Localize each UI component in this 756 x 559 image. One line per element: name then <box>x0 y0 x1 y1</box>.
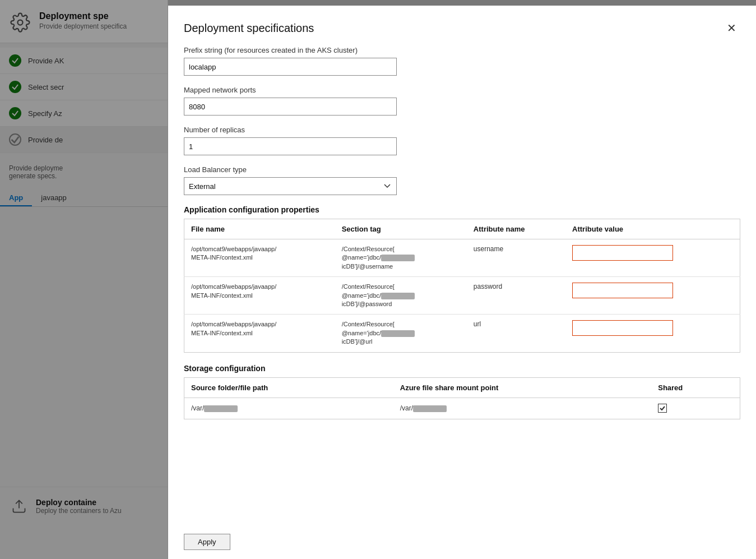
row1-filename: /opt/tomcat9/webapps/javaapp/META-INF/co… <box>184 239 335 277</box>
attr-value-url[interactable] <box>572 320 673 336</box>
row3-filename: /opt/tomcat9/webapps/javaapp/META-INF/co… <box>184 315 335 352</box>
col-shared: Shared <box>651 377 740 398</box>
redacted-3 <box>381 330 415 337</box>
prefix-label: Prefix string (for resources created in … <box>184 46 740 54</box>
apply-button[interactable]: Apply <box>184 534 230 550</box>
replicas-label: Number of replicas <box>184 126 740 134</box>
modal-body: Prefix string (for resources created in … <box>168 46 756 525</box>
row3-attr-value-cell <box>565 315 740 352</box>
table-row: /opt/tomcat9/webapps/javaapp/META-INF/co… <box>184 315 740 352</box>
close-button[interactable]: ✕ <box>722 19 740 37</box>
col-section-tag: Section tag <box>335 219 467 239</box>
storage-header-row: Source folder/file path Azure file share… <box>184 377 740 398</box>
col-source-path: Source folder/file path <box>184 377 393 398</box>
replicas-input[interactable] <box>184 137 397 155</box>
shared-checkbox[interactable] <box>658 404 667 413</box>
mount-path-redacted <box>413 405 447 412</box>
row2-attr-name: password <box>467 277 565 315</box>
modal-header: Deployment specifications ✕ <box>168 6 756 46</box>
ports-group: Mapped network ports <box>184 86 740 116</box>
lb-label: Load Balancer type <box>184 165 740 174</box>
lb-select[interactable]: External Internal None <box>184 177 397 195</box>
modal-footer: Apply <box>168 525 756 559</box>
lb-group: Load Balancer type External Internal Non… <box>184 165 740 195</box>
row2-attr-value-cell <box>565 277 740 315</box>
storage-config-heading: Storage configuration <box>184 364 740 373</box>
row1-attr-value-cell <box>565 239 740 277</box>
redacted-1 <box>381 255 415 261</box>
prefix-input[interactable] <box>184 58 397 76</box>
table-row: /opt/tomcat9/webapps/javaapp/META-INF/co… <box>184 239 740 277</box>
app-config-header-row: File name Section tag Attribute name Att… <box>184 219 740 239</box>
row3-section-tag: /Context/Resource[@name='jdbc/icDB']/@ur… <box>335 315 467 352</box>
row2-section-tag: /Context/Resource[@name='jdbc/icDB']/@pa… <box>335 277 467 315</box>
table-row: /opt/tomcat9/webapps/javaapp/META-INF/co… <box>184 277 740 315</box>
app-config-heading: Application configuration properties <box>184 205 740 214</box>
storage-config-table: Source folder/file path Azure file share… <box>184 377 740 419</box>
close-icon: ✕ <box>727 21 736 35</box>
ports-label: Mapped network ports <box>184 86 740 94</box>
redacted-2 <box>381 293 415 299</box>
modal-title: Deployment specifications <box>184 22 314 35</box>
row1-attr-name: username <box>467 239 565 277</box>
storage-source-path: /var/ <box>184 398 393 419</box>
table-row: /var/ /var/ <box>184 398 740 419</box>
row2-filename: /opt/tomcat9/webapps/javaapp/META-INF/co… <box>184 277 335 315</box>
col-attr-name: Attribute name <box>467 219 565 239</box>
replicas-group: Number of replicas <box>184 126 740 155</box>
storage-shared <box>651 398 740 419</box>
prefix-group: Prefix string (for resources created in … <box>184 46 740 76</box>
source-path-redacted <box>204 405 238 412</box>
app-config-table: File name Section tag Attribute name Att… <box>184 219 740 353</box>
attr-value-password[interactable] <box>572 283 673 298</box>
storage-mount-point: /var/ <box>393 398 651 419</box>
deployment-modal: Deployment specifications ✕ Prefix strin… <box>168 6 756 559</box>
attr-value-username[interactable] <box>572 245 673 261</box>
row3-attr-name: url <box>467 315 565 352</box>
row1-section-tag: /Context/Resource[@name='jdbc/icDB']/@us… <box>335 239 467 277</box>
ports-input[interactable] <box>184 98 397 116</box>
col-mount-point: Azure file share mount point <box>393 377 651 398</box>
col-attr-value: Attribute value <box>565 219 740 239</box>
col-filename: File name <box>184 219 335 239</box>
